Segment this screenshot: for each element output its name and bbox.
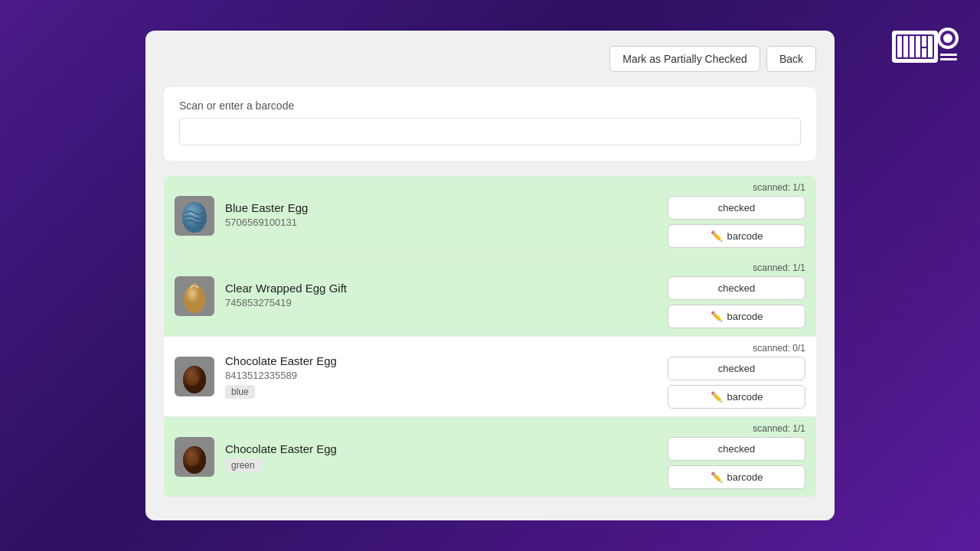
pencil-icon: ✏️ [710, 311, 723, 322]
svg-rect-4 [910, 36, 914, 57]
item-name: Clear Wrapped Egg Gift [225, 282, 652, 295]
barcode-input[interactable] [179, 118, 801, 145]
pencil-icon: ✏️ [710, 230, 723, 242]
list-item: scanned: 1/1 Chocolate Easter Egg [164, 417, 816, 497]
item-name: Chocolate Easter Egg [225, 442, 652, 455]
scanned-badge: scanned: 1/1 [753, 262, 805, 273]
scan-label: Scan or enter a barcode [179, 99, 801, 112]
barcode-button-label: barcode [727, 391, 763, 403]
item-barcode-text: 745853275419 [225, 297, 652, 308]
svg-rect-5 [916, 36, 920, 57]
item-actions: checked ✏️ barcode [668, 357, 805, 409]
item-image [175, 437, 214, 477]
pencil-icon: ✏️ [710, 471, 723, 483]
barcode-button-label: barcode [727, 311, 763, 322]
back-button[interactable]: Back [766, 46, 816, 72]
scanned-badge: scanned: 0/1 [753, 343, 805, 354]
item-info: Clear Wrapped Egg Gift 745853275419 [225, 282, 652, 311]
barcode-button[interactable]: ✏️ barcode [668, 465, 805, 489]
checked-button[interactable]: checked [668, 276, 805, 300]
main-panel: Mark as Partially Checked Back Scan or e… [145, 31, 835, 520]
app-logo [888, 15, 965, 77]
item-barcode-text: 8413512335589 [225, 370, 652, 381]
svg-point-17 [184, 285, 205, 313]
item-info: Chocolate Easter Egg green [225, 442, 652, 472]
item-tag: blue [225, 385, 255, 399]
item-name: Blue Easter Egg [225, 201, 652, 214]
top-bar: Mark as Partially Checked Back [164, 46, 816, 72]
svg-point-11 [943, 34, 952, 43]
barcode-button-label: barcode [727, 471, 763, 483]
checked-button[interactable]: checked [668, 357, 805, 380]
mark-partially-checked-button[interactable]: Mark as Partially Checked [609, 46, 760, 72]
svg-rect-6 [922, 36, 926, 47]
svg-rect-3 [903, 36, 908, 57]
svg-rect-12 [940, 54, 957, 56]
barcode-button-label: barcode [727, 230, 763, 242]
item-name: Chocolate Easter Egg [225, 354, 652, 367]
svg-rect-8 [928, 36, 933, 57]
checked-button[interactable]: checked [668, 437, 805, 461]
item-info: Chocolate Easter Egg 8413512335589 blue [225, 354, 652, 399]
svg-rect-2 [897, 36, 902, 57]
svg-rect-13 [940, 58, 957, 60]
barcode-button[interactable]: ✏️ barcode [668, 385, 805, 409]
scanned-badge: scanned: 1/1 [753, 182, 805, 193]
item-tag: green [225, 458, 261, 472]
barcode-button[interactable]: ✏️ barcode [668, 305, 805, 328]
list-item: scanned: 0/1 Chocolate Easter Egg [164, 337, 816, 417]
list-item: scanned: 1/1 Blue Ea [164, 176, 816, 256]
item-actions: checked ✏️ barcode [668, 437, 805, 489]
item-info: Blue Easter Egg 5706569100131 [225, 201, 652, 231]
checked-button[interactable]: checked [668, 196, 805, 220]
item-barcode-text: 5706569100131 [225, 217, 652, 228]
scan-section: Scan or enter a barcode [164, 87, 816, 161]
item-image [175, 196, 214, 236]
list-item: scanned: 1/1 Clear Wrapped Egg [164, 256, 816, 337]
svg-rect-7 [922, 48, 926, 57]
items-container: scanned: 1/1 Blue Ea [164, 176, 816, 497]
pencil-icon: ✏️ [710, 391, 723, 403]
item-image [175, 357, 214, 396]
item-image [175, 276, 214, 316]
item-actions: checked ✏️ barcode [668, 276, 805, 328]
scanned-badge: scanned: 1/1 [753, 423, 805, 434]
item-actions: checked ✏️ barcode [668, 196, 805, 248]
barcode-button[interactable]: ✏️ barcode [668, 224, 805, 248]
